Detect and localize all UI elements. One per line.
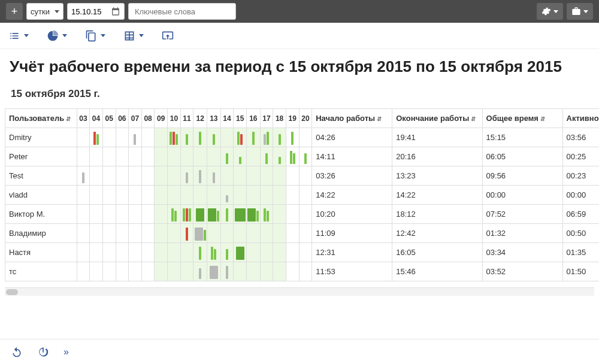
date-input[interactable]: [71, 7, 107, 16]
horizontal-scrollbar[interactable]: [5, 287, 594, 296]
column-header[interactable]: 09: [155, 109, 168, 128]
hour-cell: [102, 243, 116, 262]
hour-cell: [273, 262, 286, 281]
hour-cell: [116, 166, 129, 186]
column-header[interactable]: 10: [168, 109, 181, 128]
hour-cell: [234, 205, 247, 224]
user-cell: Peter: [5, 147, 77, 166]
column-header[interactable]: 16: [246, 109, 260, 128]
hour-cell: [193, 205, 207, 224]
column-header[interactable]: 03: [77, 109, 90, 128]
hour-cell: [90, 262, 103, 281]
column-header[interactable]: Пользователь: [5, 109, 77, 128]
date-field[interactable]: [67, 3, 125, 20]
hour-cell: [260, 205, 273, 224]
hour-cell: [220, 262, 234, 281]
scrollbar-thumb[interactable]: [6, 289, 18, 295]
hour-cell: [220, 243, 234, 262]
list-view-button[interactable]: [8, 30, 29, 42]
hour-cell: [168, 166, 181, 186]
briefcase-button[interactable]: [567, 3, 593, 20]
table-row[interactable]: vladd14:2214:2200:0000:000: [5, 186, 600, 205]
chevron-down-icon: [583, 10, 588, 13]
search-input[interactable]: [128, 3, 236, 20]
hour-cell: [102, 128, 116, 147]
hour-cell: [207, 205, 221, 224]
column-header[interactable]: 11: [180, 109, 193, 128]
value-cell: 13:23: [392, 166, 482, 186]
calendar-icon[interactable]: [111, 7, 120, 16]
top-toolbar: + сутки: [0, 0, 599, 23]
value-cell: 20:16: [392, 147, 482, 166]
hour-cell: [234, 243, 247, 262]
column-header[interactable]: 04: [90, 109, 103, 128]
column-header[interactable]: 17: [260, 109, 273, 128]
table-row[interactable]: тс11:5315:4603:5201:500: [5, 262, 600, 281]
hour-cell: [273, 147, 286, 166]
hour-cell: [168, 128, 181, 147]
hour-cell: [286, 205, 299, 224]
hour-cell: [273, 186, 286, 205]
hour-cell: [155, 186, 168, 205]
hour-cell: [299, 166, 312, 186]
column-header[interactable]: 05: [102, 109, 116, 128]
hour-cell: [234, 128, 247, 147]
column-header[interactable]: Окончание работы: [392, 109, 482, 128]
hour-cell: [116, 128, 129, 147]
hour-cell: [155, 166, 168, 186]
column-header[interactable]: 18: [273, 109, 286, 128]
column-header[interactable]: 19: [286, 109, 299, 128]
column-header[interactable]: 07: [129, 109, 142, 128]
hour-cell: [207, 262, 221, 281]
copy-button[interactable]: [85, 30, 105, 42]
table-row[interactable]: Виктор М.10:2018:1207:5206:590: [5, 205, 600, 224]
table-row[interactable]: Dmitry04:2619:4115:1503:561: [5, 128, 600, 147]
hour-cell: [260, 147, 273, 166]
table-row[interactable]: Настя12:3116:0503:3401:350: [5, 243, 600, 262]
hour-cell: [155, 128, 168, 147]
column-header[interactable]: 15: [234, 109, 247, 128]
settings-button[interactable]: [537, 3, 563, 20]
hour-cell: [193, 147, 207, 166]
add-button[interactable]: +: [6, 3, 23, 20]
column-header[interactable]: Общее время: [482, 109, 562, 128]
pie-chart-icon: [47, 30, 59, 42]
page-title: Учёт рабочего времени за период с 15 окт…: [0, 49, 599, 81]
hour-cell: [299, 128, 312, 147]
table-icon: [123, 30, 135, 42]
column-header[interactable]: Активное время: [562, 109, 599, 128]
table-row[interactable]: Test03:2613:2309:5600:230: [5, 166, 600, 186]
value-cell: 06:59: [562, 205, 599, 224]
table-view-button[interactable]: [123, 30, 144, 42]
hour-cell: [77, 166, 90, 186]
hour-cell: [246, 166, 260, 186]
column-header[interactable]: 06: [116, 109, 129, 128]
export-icon: [162, 30, 174, 42]
column-header[interactable]: 08: [141, 109, 155, 128]
hour-cell: [246, 262, 260, 281]
report-toolbar: [0, 23, 599, 49]
hour-cell: [234, 262, 247, 281]
value-cell: 15:15: [482, 128, 562, 147]
value-cell: 00:00: [482, 186, 562, 205]
hour-cell: [90, 224, 103, 243]
column-header[interactable]: Начало работы: [312, 109, 392, 128]
hour-cell: [168, 205, 181, 224]
column-header[interactable]: 12: [193, 109, 207, 128]
column-header[interactable]: 13: [207, 109, 221, 128]
column-header[interactable]: 20: [299, 109, 312, 128]
hour-cell: [299, 262, 312, 281]
table-row[interactable]: Владимир11:0912:4201:3200:500: [5, 224, 600, 243]
hour-cell: [220, 166, 234, 186]
chart-view-button[interactable]: [47, 30, 67, 42]
column-header[interactable]: 14: [220, 109, 234, 128]
value-cell: 18:12: [392, 205, 482, 224]
hour-cell: [155, 205, 168, 224]
hour-cell: [207, 166, 221, 186]
hour-cell: [246, 243, 260, 262]
hour-cell: [234, 224, 247, 243]
table-row[interactable]: Peter14:1120:1606:0500:250: [5, 147, 600, 166]
hour-cell: [207, 243, 221, 262]
period-select[interactable]: сутки: [26, 3, 63, 20]
export-button[interactable]: [162, 30, 174, 42]
